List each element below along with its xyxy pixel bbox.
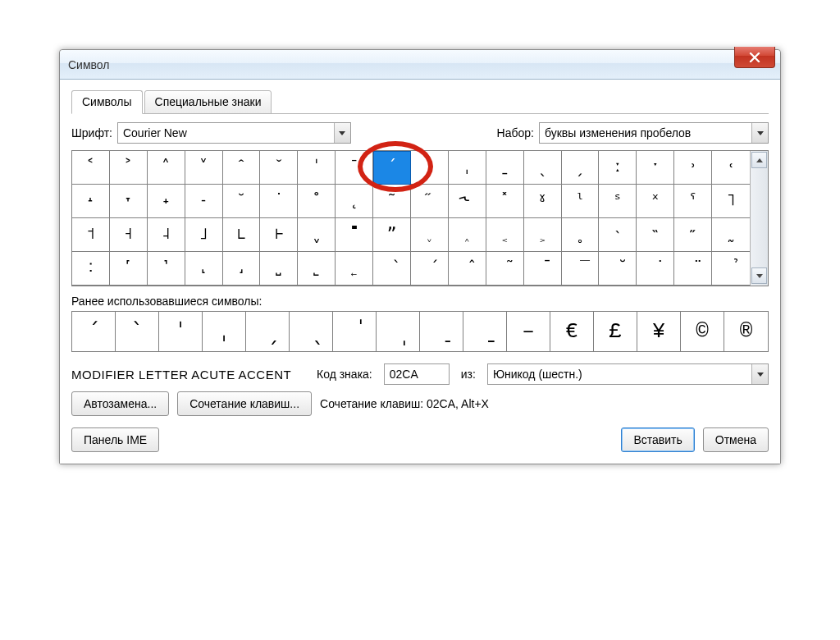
symbol-cell[interactable]: ˕ — [110, 185, 148, 218]
symbol-cell[interactable]: ̈ — [674, 252, 712, 286]
symbol-cell[interactable]: ˴ — [599, 218, 637, 252]
symbol-cell[interactable]: ˎ — [524, 151, 562, 185]
symbol-cell[interactable]: ˈ — [298, 151, 336, 185]
autocorrect-button[interactable]: Автозамена... — [71, 391, 169, 416]
grid-scrollbar[interactable] — [750, 151, 768, 286]
symbol-cell[interactable]: ˥ — [712, 185, 750, 218]
symbol-cell[interactable]: ̇ — [637, 252, 674, 286]
recent-symbol-cell[interactable]: ̗ — [246, 312, 290, 351]
symbol-cell[interactable]: ˢ — [599, 185, 637, 218]
symbol-cell[interactable]: ˰ — [449, 218, 486, 252]
tab-symbols[interactable]: Символы — [71, 90, 143, 114]
recent-symbol-cell[interactable]: ® — [724, 312, 768, 351]
symbol-cell[interactable]: ˅ — [185, 151, 223, 185]
recent-symbol-cell[interactable]: ̖ — [290, 312, 333, 351]
recent-symbol-cell[interactable]: ˊ — [72, 312, 116, 351]
tab-special[interactable]: Специальные знаки — [144, 90, 272, 114]
symbol-cell[interactable]: ˘ — [223, 185, 261, 218]
symbol-cell[interactable]: ˶ — [674, 218, 712, 252]
symbol-cell[interactable]: ̂ — [449, 252, 486, 286]
recent-symbol-cell[interactable]: ̩ — [377, 312, 420, 351]
symbol-cell[interactable]: ˆ — [223, 151, 261, 185]
symbol-cell[interactable]: ̆ — [599, 252, 637, 286]
symbol-cell[interactable]: ˸ — [72, 252, 110, 286]
from-select[interactable]: Юникод (шестн.) — [487, 363, 769, 385]
symbol-cell[interactable]: ˺ — [148, 252, 185, 286]
titlebar[interactable]: Символ — [60, 50, 780, 80]
recent-symbol-cell[interactable]: € — [550, 312, 594, 351]
symbol-cell[interactable]: ˙ — [260, 185, 298, 218]
symbol-cell[interactable]: ˨ — [148, 218, 185, 252]
recent-symbol-cell[interactable]: ̍ — [333, 312, 377, 351]
symbol-cell[interactable]: ˖ — [148, 185, 185, 218]
symbol-cell[interactable]: ˬ — [298, 218, 336, 252]
symbol-cell[interactable]: ˜ — [373, 185, 411, 218]
symbol-cell[interactable]: ́ — [411, 252, 449, 286]
symbol-cell[interactable]: ˿ — [336, 252, 373, 286]
symbol-cell[interactable]: ˄ — [148, 151, 185, 185]
insert-button[interactable]: Вставить — [621, 427, 694, 452]
ime-panel-button[interactable]: Панель IME — [71, 427, 159, 452]
symbol-cell[interactable]: ˱ — [486, 218, 524, 252]
subset-select[interactable]: буквы изменения пробелов — [539, 122, 769, 144]
symbol-cell[interactable]: ˤ — [674, 185, 712, 218]
symbol-cell[interactable]: ˵ — [637, 218, 674, 252]
symbol-cell[interactable]: ˏ — [562, 151, 600, 185]
symbol-cell[interactable]: ˪ — [223, 218, 261, 252]
symbol-cell[interactable]: ˮ — [373, 218, 411, 252]
symbol-cell[interactable]: ˳ — [562, 218, 600, 252]
close-button[interactable] — [734, 47, 775, 68]
cancel-button[interactable]: Отмена — [703, 427, 769, 452]
symbol-cell[interactable]: ˗ — [185, 185, 223, 218]
symbol-cell[interactable]: ˼ — [223, 252, 261, 286]
recent-symbol-cell[interactable]: © — [681, 312, 724, 351]
symbol-cell[interactable]: ˑ — [637, 151, 674, 185]
symbol-cell[interactable]: ̄ — [524, 252, 562, 286]
recent-symbol-cell[interactable]: – — [507, 312, 550, 351]
font-select[interactable]: Courier New — [117, 122, 351, 144]
recent-symbol-cell[interactable]: ¥ — [637, 312, 681, 351]
symbol-cell[interactable]: ˭ — [336, 218, 373, 252]
recent-symbol-cell[interactable]: ̱ — [463, 312, 507, 351]
symbol-cell[interactable]: ˍ — [486, 151, 524, 185]
symbol-cell[interactable]: ˩ — [185, 218, 223, 252]
symbol-cell[interactable]: ˲ — [524, 218, 562, 252]
symbol-cell[interactable]: ˣ — [637, 185, 674, 218]
recent-symbol-cell[interactable]: ˋ — [116, 312, 159, 351]
symbol-cell[interactable]: ˻ — [185, 252, 223, 286]
symbol-cell[interactable]: ˔ — [72, 185, 110, 218]
symbol-cell[interactable]: ̃ — [486, 252, 524, 286]
char-code-input[interactable] — [384, 363, 450, 385]
symbol-cell[interactable]: ˟ — [486, 185, 524, 218]
symbol-cell[interactable]: ̅ — [562, 252, 600, 286]
symbol-cell[interactable]: ˊ — [373, 151, 411, 185]
symbol-cell[interactable]: ˌ — [449, 151, 486, 185]
symbol-cell[interactable]: ˃ — [110, 151, 148, 185]
symbol-cell[interactable]: ˒ — [674, 151, 712, 185]
symbol-cell[interactable]: ˦ — [72, 218, 110, 252]
symbol-cell[interactable]: ˽ — [260, 252, 298, 286]
recent-symbol-cell[interactable]: ˌ — [203, 312, 246, 351]
recent-symbol-cell[interactable]: £ — [594, 312, 637, 351]
symbol-cell[interactable]: ˉ — [336, 151, 373, 185]
symbol-cell[interactable]: ˾ — [298, 252, 336, 286]
symbol-cell[interactable]: ˛ — [336, 185, 373, 218]
symbol-cell[interactable]: ˷ — [712, 218, 750, 252]
symbol-cell[interactable]: ̉ — [712, 252, 750, 286]
symbol-cell[interactable]: ˚ — [298, 185, 336, 218]
shortcut-key-button[interactable]: Сочетание клавиш... — [177, 391, 312, 416]
scroll-up-button[interactable] — [751, 152, 767, 168]
scroll-down-button[interactable] — [751, 267, 767, 284]
symbol-cell[interactable]: ˂ — [72, 151, 110, 185]
recent-symbol-cell[interactable]: ˈ — [159, 312, 203, 351]
symbol-cell[interactable]: ˠ — [524, 185, 562, 218]
symbol-cell[interactable]: ˡ — [562, 185, 600, 218]
symbol-cell[interactable]: ˋ — [411, 151, 449, 185]
symbol-cell[interactable]: ̀ — [373, 252, 411, 286]
symbol-cell[interactable]: ˓ — [712, 151, 750, 185]
symbol-cell[interactable]: ˇ — [260, 151, 298, 185]
symbol-cell[interactable]: ˹ — [110, 252, 148, 286]
symbol-cell[interactable]: ˞ — [449, 185, 486, 218]
symbol-cell[interactable]: ː — [599, 151, 637, 185]
symbol-cell[interactable]: ˧ — [110, 218, 148, 252]
